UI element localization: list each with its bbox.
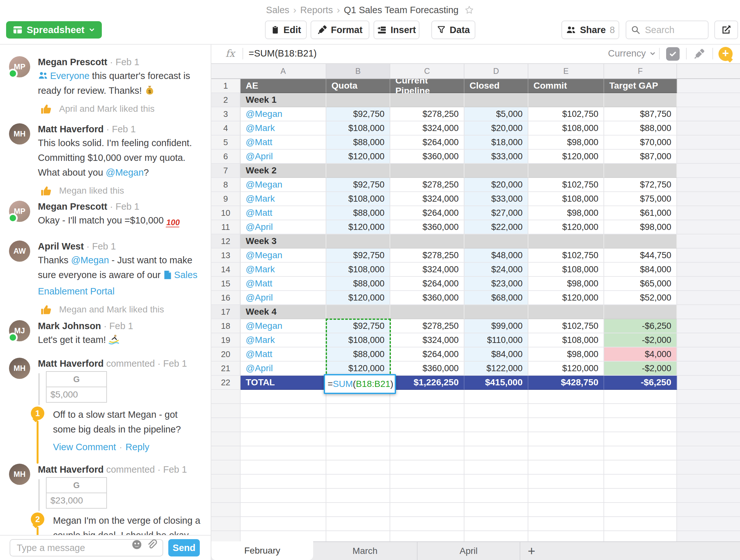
cell-A21[interactable]: @April [241,362,326,376]
search-box[interactable] [626,20,709,39]
cell-A2[interactable]: Week 1 [241,93,326,107]
cell-F8[interactable]: $72,750 [604,178,677,192]
cell-D12[interactable] [464,235,528,249]
cell-snippet-card[interactable]: G$5,000 [46,371,107,403]
cell-C18[interactable]: $278,250 [390,319,464,333]
cell-C11[interactable]: $360,000 [390,220,464,235]
breadcrumb-sales[interactable]: Sales [266,5,289,15]
cell-B9[interactable]: $108,000 [326,192,390,206]
cell-B15[interactable]: $88,000 [326,277,390,291]
cell-E1[interactable]: Commit [528,79,604,93]
message-input[interactable] [16,542,114,554]
mention-link[interactable]: Everyone [50,71,90,81]
cell-B12[interactable] [326,235,390,249]
cell-D3[interactable]: $5,000 [464,107,528,121]
active-formula-cell-B22[interactable]: =SUM(B18:B21) [324,374,396,394]
cell-F7[interactable] [604,164,677,178]
row-header-16[interactable]: 16 [211,291,241,305]
avatar[interactable]: MH [9,123,30,145]
cell-B21[interactable]: $120,000 [326,362,390,376]
cell-E16[interactable]: $120,000 [528,291,604,305]
cell-F20[interactable]: $4,000 [604,348,677,362]
cell-F15[interactable]: $65,000 [604,277,677,291]
cell-A18[interactable]: @Megan [241,319,326,333]
row-header-11[interactable]: 11 [211,220,241,235]
cell-C3[interactable]: $278,250 [390,107,464,121]
cell-F16[interactable]: $52,000 [604,291,677,305]
cell-A7[interactable]: Week 2 [241,164,326,178]
avatar[interactable]: MP [9,56,30,77]
cell-D22[interactable]: $415,000 [464,376,528,390]
cell-D5[interactable]: $18,000 [464,135,528,150]
cell-A15[interactable]: @Matt [241,277,326,291]
row-header-14[interactable]: 14 [211,263,241,277]
cell-C8[interactable]: $278,250 [390,178,464,192]
cell-B11[interactable]: $120,000 [326,220,390,235]
cell-C5[interactable]: $264,000 [390,135,464,150]
column-header-D[interactable]: D [464,64,528,78]
cell-F22[interactable]: -$6,250 [604,376,677,390]
avatar[interactable]: MJ [9,320,30,341]
cell-A12[interactable]: Week 3 [241,235,326,249]
paint-format-button[interactable] [692,46,707,61]
cell-C20[interactable]: $264,000 [390,348,464,362]
cell-F9[interactable]: $75,000 [604,192,677,206]
sheet-tab-april[interactable]: April [418,542,520,560]
row-header-7[interactable]: 7 [211,164,241,178]
row-header-9[interactable]: 9 [211,192,241,206]
cell-A22[interactable]: TOTAL [241,376,326,390]
cell-D9[interactable]: $33,000 [464,192,528,206]
document-link[interactable]: Enablement Portal [38,286,115,296]
compose-button[interactable] [714,20,738,39]
cell-B13[interactable]: $92,750 [326,249,390,263]
cell-C14[interactable]: $324,000 [390,263,464,277]
cell-B6[interactable]: $120,000 [326,150,390,164]
cell-E9[interactable]: $108,000 [528,192,604,206]
cell-D7[interactable] [464,164,528,178]
row-header-21[interactable]: 21 [211,362,241,376]
cell-A10[interactable]: @Matt [241,206,326,220]
cell-C6[interactable]: $360,000 [390,150,464,164]
cell-E20[interactable]: $98,000 [528,348,604,362]
row-header-3[interactable]: 3 [211,107,241,121]
cell-D15[interactable]: $23,000 [464,277,528,291]
cell-C10[interactable]: $264,000 [390,206,464,220]
row-header-13[interactable]: 13 [211,249,241,263]
cell-E4[interactable]: $108,000 [528,121,604,135]
cell-C4[interactable]: $324,000 [390,121,464,135]
cell-E8[interactable]: $102,750 [528,178,604,192]
row-header-22[interactable]: 22 [211,376,241,390]
column-header-B[interactable]: B [326,64,390,78]
row-header-5[interactable]: 5 [211,135,241,150]
cell-B8[interactable]: $92,750 [326,178,390,192]
cell-D17[interactable] [464,305,528,319]
cell-F2[interactable] [604,93,677,107]
cell-E10[interactable]: $98,000 [528,206,604,220]
row-header-8[interactable]: 8 [211,178,241,192]
cell-F14[interactable]: $84,000 [604,263,677,277]
cell-B5[interactable]: $88,000 [326,135,390,150]
cell-F6[interactable]: $87,000 [604,150,677,164]
cell-E18[interactable]: $102,750 [528,319,604,333]
breadcrumb-reports[interactable]: Reports [300,5,333,15]
cell-A20[interactable]: @Matt [241,348,326,362]
cell-A3[interactable]: @Megan [241,107,326,121]
cell-E15[interactable]: $98,000 [528,277,604,291]
cell-C16[interactable]: $360,000 [390,291,464,305]
cell-B14[interactable]: $108,000 [326,263,390,277]
comment-number-badge[interactable]: 2 [31,512,44,526]
cell-E11[interactable]: $120,000 [528,220,604,235]
cell-D16[interactable]: $68,000 [464,291,528,305]
cell-C7[interactable] [390,164,464,178]
avatar[interactable]: MH [9,464,30,485]
cell-A17[interactable]: Week 4 [241,305,326,319]
share-button[interactable]: Share 8 [561,20,619,39]
cell-D2[interactable] [464,93,528,107]
add-sheet-button[interactable]: + [520,542,543,560]
row-header-1[interactable]: 1 [211,79,241,93]
cell-B7[interactable] [326,164,390,178]
cell-D13[interactable]: $48,000 [464,249,528,263]
sheet-tab-february[interactable]: February [211,541,313,560]
cell-F19[interactable]: -$2,000 [604,333,677,348]
cell-B4[interactable]: $108,000 [326,121,390,135]
